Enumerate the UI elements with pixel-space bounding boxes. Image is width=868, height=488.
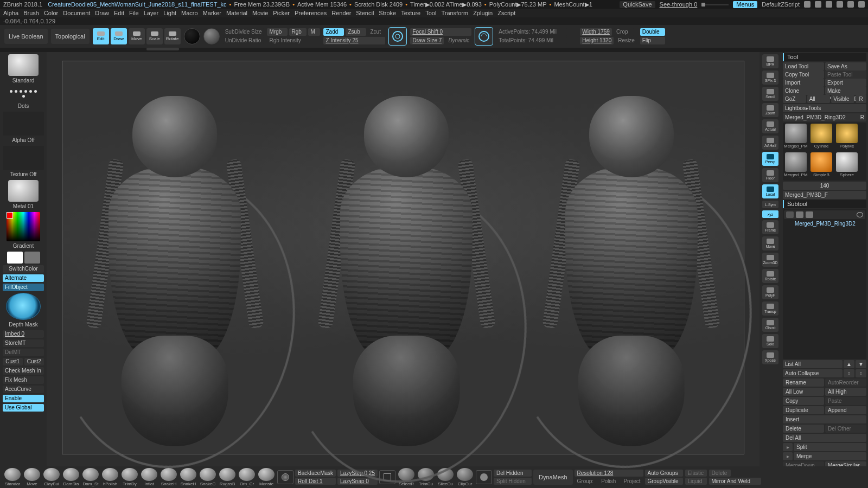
- resize-button[interactable]: Resize: [616, 37, 637, 44]
- delete-button[interactable]: Delete: [709, 470, 731, 477]
- palette-item[interactable]: Merged_PM3D.: [784, 152, 808, 179]
- rename-button[interactable]: Rename: [783, 378, 824, 387]
- brush-damsta[interactable]: DamSta: [62, 468, 80, 486]
- quicksave-button[interactable]: QuickSave: [620, 1, 655, 8]
- menu-transform[interactable]: Transform: [441, 10, 468, 16]
- export-button[interactable]: Export: [825, 79, 866, 87]
- switchcolor-button[interactable]: SwitchColor: [3, 265, 44, 273]
- lock-icon[interactable]: [826, 1, 832, 8]
- autogroups-button[interactable]: Auto Groups: [645, 470, 683, 477]
- menu-picker[interactable]: Picker: [273, 10, 290, 16]
- current-tool-name[interactable]: Merged_PM3D_Ring3D2R: [783, 113, 866, 121]
- brush-monste[interactable]: Monste: [257, 468, 276, 486]
- rolldist-slider[interactable]: Roll Dist 1: [295, 478, 336, 485]
- rshelf-zoom[interactable]: Zoom: [762, 103, 778, 117]
- mirror-weld-button[interactable]: Mirror And Weld: [709, 478, 761, 485]
- color-picker[interactable]: [7, 212, 40, 241]
- palette-item[interactable]: Sphere: [835, 152, 859, 179]
- menu-draw[interactable]: Draw: [95, 10, 109, 16]
- double-button[interactable]: Double: [640, 28, 665, 36]
- save-as-button[interactable]: Save As: [825, 62, 866, 70]
- mask-preview-icon[interactable]: [277, 470, 293, 484]
- rshelf-bpr[interactable]: BPR: [762, 54, 778, 68]
- cust1-button[interactable]: Cust1: [3, 358, 23, 365]
- close-icon[interactable]: [858, 1, 865, 8]
- brush-claybui[interactable]: ClayBui: [42, 468, 61, 486]
- rshelf-xyz[interactable]: xyz: [762, 210, 778, 218]
- shelf-scrollbar[interactable]: [0, 48, 868, 52]
- rshelf-spix3[interactable]: SPix 3: [762, 70, 778, 85]
- cust2-button[interactable]: Cust2: [24, 358, 44, 365]
- dynamesh-button[interactable]: DynaMesh: [533, 470, 573, 485]
- menu-layer[interactable]: Layer: [144, 10, 159, 16]
- subtool-item-name[interactable]: Merged_PM3D_Ring3D2: [784, 220, 865, 228]
- menu-alpha[interactable]: Alpha: [3, 10, 18, 16]
- titlebar-icon[interactable]: [815, 1, 821, 8]
- rshelf-persp[interactable]: Persp: [762, 152, 778, 166]
- all-button[interactable]: All: [807, 95, 831, 103]
- del-all-button[interactable]: Del All: [783, 434, 866, 442]
- enable-button[interactable]: Enable: [3, 395, 44, 402]
- rshelf-move[interactable]: Move: [762, 236, 778, 251]
- load-tool-button[interactable]: Load Tool: [783, 62, 824, 70]
- subtool-mode-icon[interactable]: [796, 211, 803, 218]
- subtool-row[interactable]: [784, 210, 865, 219]
- menu-light[interactable]: Light: [163, 10, 176, 16]
- delhidden-button[interactable]: Del Hidden: [494, 470, 532, 477]
- rshelf-floor[interactable]: Floor: [762, 168, 778, 182]
- viewport[interactable]: [47, 52, 760, 466]
- elastic-button[interactable]: Elastic: [685, 470, 707, 477]
- rshelf-local[interactable]: Local: [762, 184, 778, 198]
- project-button[interactable]: Project: [621, 478, 643, 485]
- checkmesh-button[interactable]: Check Mesh In: [3, 367, 44, 375]
- menu-material[interactable]: Material: [226, 10, 247, 16]
- arrow-down-icon[interactable]: ▼: [856, 360, 866, 368]
- dynamesh-icon[interactable]: [476, 470, 492, 484]
- palette-item[interactable]: SimpleB: [809, 152, 833, 179]
- menu-color[interactable]: Color: [44, 10, 58, 16]
- visible-button[interactable]: Visible: [831, 95, 854, 103]
- default-zscript[interactable]: DefaultZScript: [762, 1, 800, 8]
- insert-button[interactable]: Insert: [783, 415, 866, 423]
- make-polymesh3d-button[interactable]: Make PolyMesh3D: [825, 87, 866, 95]
- maximize-icon[interactable]: [847, 1, 854, 8]
- append-button[interactable]: Append: [825, 406, 866, 414]
- accucurve-button[interactable]: AccuCurve: [3, 386, 44, 393]
- z-intensity[interactable]: Z Intensity 25: [323, 37, 385, 44]
- m-button[interactable]: M: [308, 28, 320, 36]
- alpha-thumb[interactable]: [3, 112, 44, 136]
- move-down-icon[interactable]: ↕: [856, 369, 866, 377]
- copy-tool-button[interactable]: Copy Tool: [783, 70, 824, 79]
- selbrush-clipcur[interactable]: ClipCur: [456, 468, 474, 486]
- copy-button[interactable]: Copy: [783, 397, 824, 405]
- subdivide-size[interactable]: SubDivide Size: [223, 28, 264, 36]
- fillobject-button[interactable]: FillObject: [3, 284, 44, 291]
- brush-trimdy[interactable]: TrimDy: [120, 468, 139, 486]
- storemt-button[interactable]: StoreMT: [3, 339, 44, 347]
- minimize-icon[interactable]: [837, 1, 843, 8]
- focal-shift[interactable]: Focal Shift 0: [410, 28, 471, 36]
- palette-item[interactable]: Cylinde: [809, 124, 833, 151]
- mergesimilar-button[interactable]: MergeSimilar: [825, 461, 866, 466]
- rshelf-rotate[interactable]: Rotate: [762, 269, 778, 283]
- imbed-slider[interactable]: Imbed 0: [3, 330, 44, 338]
- rshelf-scroll[interactable]: Scroll: [762, 87, 778, 101]
- topological-button[interactable]: Topological: [51, 29, 90, 44]
- useglobal-button[interactable]: Use Global: [3, 404, 44, 412]
- palette-item[interactable]: PolyMe: [835, 124, 859, 151]
- backfacemask-button[interactable]: BackfaceMask: [295, 470, 336, 477]
- draw-button[interactable]: Draw: [111, 28, 127, 44]
- menu-edit[interactable]: Edit: [114, 10, 124, 16]
- crop-button[interactable]: Crop: [614, 28, 634, 36]
- dynamesh-gyro-icon[interactable]: [475, 27, 493, 46]
- scale-button[interactable]: Scale: [146, 28, 163, 44]
- rshelf-xpose[interactable]: Xpose: [762, 350, 778, 364]
- polish-button[interactable]: Polish: [598, 478, 618, 485]
- zsub-button[interactable]: Zsub: [346, 28, 366, 36]
- paste-tool-button[interactable]: Paste Tool: [825, 70, 866, 79]
- brush-dam_st[interactable]: Dam_St: [81, 468, 100, 486]
- rgb-intensity[interactable]: Rgb Intensity: [267, 37, 320, 44]
- rshelf-solo[interactable]: Solo: [762, 334, 778, 348]
- menus-toggle[interactable]: Menus: [733, 1, 757, 8]
- menu-preferences[interactable]: Preferences: [295, 10, 327, 16]
